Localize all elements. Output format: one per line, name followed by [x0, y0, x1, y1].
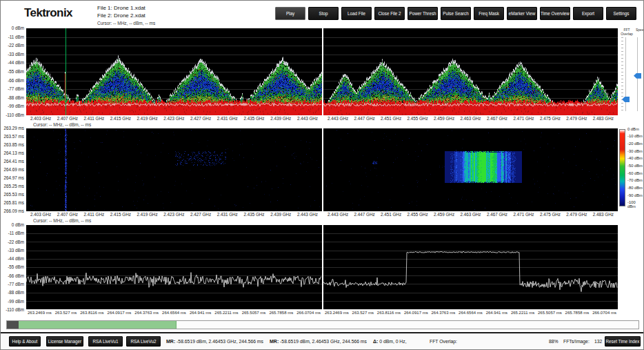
freq-tick-label: 2.443 GHz: [297, 212, 318, 218]
freq-axis-file2: 2.443 GHz2.447 GHz2.451 GHz2.455 GHz2.45…: [323, 116, 618, 122]
power-tick-label: -88 dBm: [8, 95, 24, 100]
freq-tick-label: 2.483 GHz: [593, 116, 614, 122]
freq-tick-label: 2.483 GHz: [593, 212, 614, 218]
ms-tick-label: 265.5057 ms: [242, 311, 266, 317]
file2-label: File 2: Drone 2.xdat: [97, 12, 145, 20]
freq-tick-label: 2.435 GHz: [243, 116, 264, 122]
ms-tick-label: 264.0917 ms: [404, 311, 428, 317]
power-tick-label: -110 dBm: [6, 113, 24, 117]
freq-tick-label: 2.455 GHz: [407, 212, 427, 218]
ms-tick-label: 265.5057 ms: [538, 311, 562, 317]
spectrogram-file2-plot[interactable]: [323, 128, 618, 211]
freq-tick-label: 2.463 GHz: [460, 212, 481, 218]
power-tick-label: 0 dBm: [12, 26, 24, 30]
freq-axis-spectrogram-file2: 2.443 GHz2.447 GHz2.451 GHz2.455 GHz2.45…: [323, 212, 618, 218]
toolbar: PlayStopLoad FileClose File 2Power Thres…: [275, 7, 636, 20]
time-tick-label: 265.25 ms: [4, 184, 24, 188]
status-bar: Help & About License Manager RSA LiveVu1…: [1, 332, 643, 350]
marker2-value: -58.6519 dBm, 2.46453 GHz, 244.566 ms: [280, 339, 367, 344]
marker1-value: -58.6519 dBm, 2.46453 GHz, 244.566 ms: [177, 339, 263, 344]
freq-tick-label: 2.471 GHz: [513, 116, 534, 122]
colorbar-tick-label: -80 dBm: [627, 186, 644, 190]
time-tick-label: 263.85 ms: [4, 142, 24, 147]
power-tick-label: -44 dBm: [8, 60, 24, 65]
colorbar-tick-label: -70 dBm: [627, 178, 644, 182]
freq-tick-label: 2.411 GHz: [83, 212, 104, 218]
time-tick-label: 266.09 ms: [4, 208, 24, 213]
freq-tick-label: 2.439 GHz: [270, 116, 291, 122]
freq-tick-label: 2.411 GHz: [83, 116, 104, 122]
progress-fill[interactable]: [19, 321, 177, 329]
speed-slider-thumb[interactable]: [634, 73, 641, 79]
toolbar-button[interactable]: Export: [573, 7, 603, 20]
time-index-scrollbar[interactable]: [6, 320, 639, 329]
fft-overlap-slider[interactable]: [621, 37, 631, 111]
rsa-livevu1-button[interactable]: RSA LiveVu1: [88, 336, 123, 347]
ms-tick-label: 263.527 ms: [55, 311, 77, 317]
freq-tick-label: 2.423 GHz: [163, 212, 184, 218]
power-vs-time-file2-plot[interactable]: [323, 225, 618, 309]
license-manager-button[interactable]: License Manager: [46, 336, 83, 347]
ffts-per-image-value: 132: [594, 339, 602, 344]
toolbar-button[interactable]: Settings: [606, 7, 636, 20]
ms-tick-label: 265.7858 ms: [565, 311, 590, 317]
speed-slider[interactable]: [632, 37, 643, 111]
help-about-button[interactable]: Help & About: [9, 336, 41, 347]
ms-tick-label: 263.2469 ms: [325, 311, 349, 317]
freq-axis-file1: 2.403 GHz2.407 GHz2.411 GHz2.415 GHz2.41…: [26, 116, 322, 122]
toolbar-button[interactable]: Stop: [308, 7, 339, 20]
freq-tick-label: 2.475 GHz: [540, 116, 561, 122]
ms-tick-label: 264.6564 ms: [459, 311, 483, 317]
freq-tick-label: 2.427 GHz: [190, 116, 211, 122]
toolbar-button[interactable]: Power Thresh: [407, 7, 438, 20]
delta-value: 0 dBm, 0 Hz,: [379, 339, 406, 344]
power-vs-time-file1-plot[interactable]: [26, 225, 322, 309]
ms-tick-label: 263.8116 ms: [377, 311, 401, 317]
freq-tick-label: 2.443 GHz: [297, 116, 318, 122]
marker2-readout: MR: -58.6519 dBm, 2.46453 GHz, 244.566 m…: [270, 339, 367, 344]
freq-tick-label: 2.447 GHz: [354, 212, 374, 218]
time-tick-label: 265.53 ms: [4, 192, 24, 197]
progress-offset: [7, 321, 19, 329]
power-tick-label: -77 dBm: [8, 282, 24, 286]
tektronix-logo: Tektronix: [24, 6, 72, 20]
time-tick-label: 264.69 ms: [4, 167, 24, 172]
time-tick-label: 264.13 ms: [4, 150, 24, 155]
freq-tick-label: 2.463 GHz: [460, 116, 481, 122]
marker2-label: MR:: [270, 339, 279, 344]
time-tick-label: 264.41 ms: [4, 159, 24, 164]
reset-time-index-button[interactable]: Reset Time Index: [605, 336, 641, 347]
toolbar-button[interactable]: Play: [275, 7, 305, 20]
power-axis-labels-top: 0 dBm-11 dBm-22 dBm-33 dBm-44 dBm-55 dBm…: [1, 26, 24, 117]
rsa-livevu2-button[interactable]: RSA LiveVu2: [126, 336, 161, 347]
spectrogram-file1-plot[interactable]: [26, 128, 322, 211]
ms-tick-label: 264.6564 ms: [162, 311, 186, 317]
toolbar-button[interactable]: eMarker View: [507, 7, 537, 20]
toolbar-button[interactable]: Load File: [341, 7, 372, 20]
toolbar-button[interactable]: Freq Mask: [474, 7, 504, 20]
toolbar-button[interactable]: Close File 2: [374, 7, 405, 20]
colorbar-tick-label: -60 dBm: [627, 171, 644, 175]
freq-tick-label: 2.427 GHz: [190, 212, 211, 218]
freq-tick-label: 2.439 GHz: [270, 212, 291, 218]
ms-tick-label: 265.7858 ms: [269, 311, 293, 317]
spectrum-file1-plot[interactable]: [26, 28, 322, 115]
freq-tick-label: 2.471 GHz: [513, 212, 534, 218]
app-window: Tektronix File 1: Drone 1.xdat File 2: D…: [0, 0, 644, 350]
colorbar-tick-label: -20 dBm: [627, 142, 644, 146]
toolbar-button[interactable]: Pulse Search: [441, 7, 471, 20]
ms-tick-label: 263.8116 ms: [80, 311, 103, 317]
power-tick-label: -33 dBm: [8, 52, 24, 57]
colorbar-tick-label: -10 dBm: [627, 134, 644, 138]
spectrum-file2-plot[interactable]: [323, 28, 618, 115]
power-tick-label: -44 dBm: [8, 256, 24, 261]
toolbar-button[interactable]: Time Overview: [540, 7, 570, 20]
freq-tick-label: 2.407 GHz: [57, 212, 78, 218]
power-tick-label: -77 dBm: [8, 86, 24, 91]
freq-tick-label: 2.447 GHz: [354, 116, 374, 122]
fft-overlap-slider-label: FFT Overlap: [619, 28, 634, 36]
power-tick-label: 0 dBm: [12, 222, 24, 227]
fft-overlap-status-value: 88%: [549, 339, 559, 344]
time-tick-label: 263.57 ms: [4, 134, 24, 139]
ms-tick-label: 263.527 ms: [352, 311, 374, 317]
